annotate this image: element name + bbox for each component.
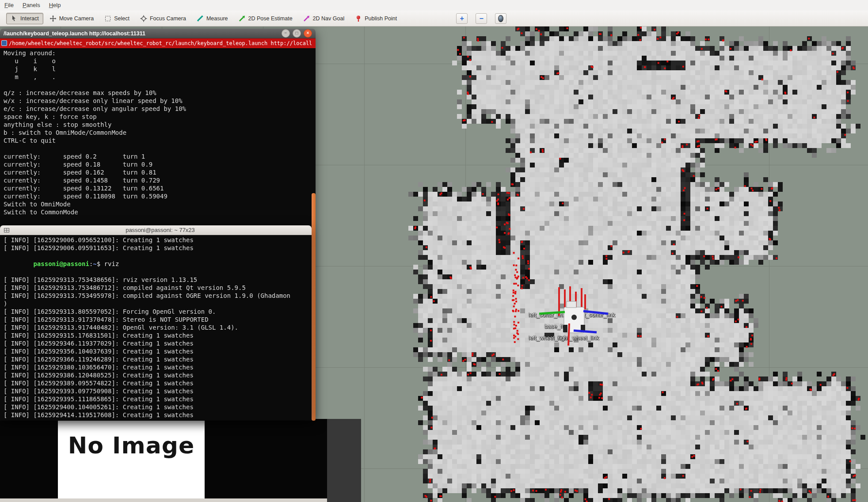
tool-label: Select	[114, 15, 129, 22]
terminal-line: [ INFO] [1625929006.095911653]: Creating…	[4, 244, 312, 252]
terminal-line: j k l	[4, 65, 316, 73]
menubar: File Panels Help	[0, 0, 868, 11]
terminal-line: b : switch to OmniMode/CommonMode	[4, 129, 316, 137]
tool-2d-pose-estimate[interactable]: 2D Pose Estimate	[234, 13, 297, 24]
tool-label: 2D Nav Goal	[313, 15, 345, 22]
terminal-line: [ INFO] [1625929386.120480525]: Creating…	[4, 371, 312, 379]
window-bottom-edge	[0, 498, 327, 502]
terminal-line: [ INFO] [1625929315.176831501]: Creating…	[4, 331, 312, 339]
tool-label: Measure	[206, 15, 228, 22]
terminal-line: [ INFO] [1625929393.097750908]: Creating…	[4, 387, 312, 395]
terminal-line: [ INFO] [1625929422.119661497]: Creating…	[4, 419, 312, 420]
tool-focus-camera[interactable]: Focus Camera	[136, 13, 190, 24]
terminal-line: Switch to CommonMode	[4, 208, 316, 216]
prompt-path: ~	[93, 260, 96, 267]
launch-path-text: /home/wheeltec/wheeltec_robot/src/wheelt…	[9, 40, 312, 46]
tool-select[interactable]: Select	[100, 13, 134, 24]
shell-terminal-output: [ INFO] [1625929313.753438656]: rviz ver…	[4, 276, 312, 420]
shell-terminal-window: passoni@passoni: ~ 77x23 [ INFO] [162592…	[0, 225, 312, 419]
plus-icon: +	[460, 15, 464, 22]
shell-prompt-line: passoni@passoni:~$ rviz	[4, 252, 312, 276]
terminal-line	[4, 145, 316, 152]
robot-model	[530, 283, 619, 354]
robot-left-wheel	[563, 325, 567, 332]
terminal-line: [ INFO] [1625929366.119246289]: Creating…	[4, 355, 312, 363]
move-camera-icon	[49, 15, 57, 22]
terminal-line: Moving around:	[4, 49, 316, 57]
minimize-button[interactable]: −	[282, 29, 290, 38]
terminal-line: [ INFO] [1625929313.753495978]: compiled…	[4, 292, 312, 300]
terminal-line: [ INFO] [1625929395.111865865]: Creating…	[4, 395, 312, 403]
no-image-text: No Image	[58, 432, 205, 459]
terminal-line: Switch to OmniMode	[4, 200, 316, 208]
tf-axis-y	[539, 312, 565, 314]
terminal-line: CTRL-C to quit	[4, 137, 316, 145]
terminal-line: currently: speed 0.1458 turn 0.729	[4, 176, 316, 184]
byobu-grid-icon	[4, 227, 10, 233]
tool-interact[interactable]: Interact	[6, 13, 43, 24]
terminal-line: [ INFO] [1625929006.095652100]: Creating…	[4, 236, 312, 244]
terminal-line: [ INFO] [1625929313.753438656]: rviz ver…	[4, 276, 312, 284]
maximize-button[interactable]: □	[293, 29, 301, 38]
tool-label: Focus Camera	[150, 15, 186, 22]
menu-help[interactable]: Help	[45, 0, 65, 11]
teleop-window-titlebar[interactable]: /launch/keyboard_teleop.launch http://lo…	[0, 29, 316, 38]
terminal-line: currently: speed 0.2 turn 1	[4, 152, 316, 160]
sphere-icon	[498, 15, 503, 22]
menu-file[interactable]: File	[0, 0, 18, 11]
terminal-line: currently: speed 0.13122 turn 0.6561	[4, 184, 316, 192]
shell-window-titlebar[interactable]: passoni@passoni: ~ 77x23	[0, 225, 312, 235]
no-image-placeholder: No Image	[58, 421, 205, 502]
rviz-toolbar: Interact Move Camera Select Focus Camera…	[0, 11, 868, 27]
terminal-line: [ INFO] [1625929313.805597052]: Forcing …	[4, 308, 312, 316]
camera-image-panel: No Image	[0, 419, 327, 502]
tool-label: 2D Pose Estimate	[248, 15, 293, 22]
terminal-line: currently: speed 0.118098 turn 0.59049	[4, 192, 316, 200]
zoom-in-button[interactable]: +	[456, 13, 468, 24]
terminal-line: u i o	[4, 57, 316, 65]
tool-publish-point[interactable]: Publish Point	[350, 13, 401, 24]
panel-gap	[327, 419, 361, 502]
tool-label: Interact	[20, 15, 39, 22]
terminal-line: space key, k : force stop	[4, 113, 316, 121]
menu-panels[interactable]: Panels	[18, 0, 45, 11]
terminal-line: [ INFO] [1625929380.103656470]: Creating…	[4, 363, 312, 371]
teleop-terminal-output: Moving around: u i o j k l m , . q/z : i…	[0, 48, 316, 216]
terminal-line: [ INFO] [1625929414.119517608]: Creating…	[4, 411, 312, 419]
pose-estimate-arrow-icon	[239, 15, 246, 22]
terminal-line: m , .	[4, 73, 316, 81]
minus-icon: −	[479, 15, 483, 22]
tool-move-camera[interactable]: Move Camera	[45, 13, 99, 24]
shell-terminal-output: [ INFO] [1625929006.095652100]: Creating…	[4, 236, 312, 252]
terminal-line: currently: speed 0.162 turn 0.81	[4, 168, 316, 176]
terminal-line: [ INFO] [1625929313.917440482]: OpenGl v…	[4, 323, 312, 331]
prompt-user-host: passoni@passoni	[33, 260, 89, 267]
terminal-icon	[1, 40, 7, 46]
terminal-line: [ INFO] [1625929346.119377029]: Creating…	[4, 339, 312, 347]
terminal-line: q/z : increase/decrease max speeds by 10…	[4, 89, 316, 97]
focus-camera-icon	[140, 15, 147, 22]
interact-cursor-icon	[11, 15, 18, 22]
launch-path-header: /home/wheeltec/wheeltec_robot/src/wheelt…	[0, 38, 316, 48]
terminal-line: e/c : increase/decrease only angular spe…	[4, 105, 316, 113]
terminal-line	[4, 81, 316, 89]
terminal-scrollbar[interactable]	[312, 193, 316, 421]
terminal-line: [ INFO] [1625929400.104005261]: Creating…	[4, 403, 312, 411]
tool-2d-nav-goal[interactable]: 2D Nav Goal	[299, 13, 349, 24]
publish-point-pin-icon	[355, 15, 362, 22]
terminal-line: )	[4, 300, 312, 308]
nav-goal-arrow-icon	[303, 15, 310, 22]
prompt-command: $ rviz	[97, 260, 119, 267]
tf-axis-x	[568, 323, 569, 346]
measure-ruler-icon	[197, 15, 204, 22]
zoom-out-button[interactable]: −	[476, 13, 487, 24]
terminal-line: w/x : increase/decrease only linear spee…	[4, 97, 316, 105]
shell-terminal-body[interactable]: [ INFO] [1625929006.095652100]: Creating…	[0, 235, 312, 420]
orbit-sphere-button[interactable]	[495, 13, 506, 24]
terminal-line: [ INFO] [1625929313.753486712]: compiled…	[4, 284, 312, 292]
close-button[interactable]: ×	[304, 29, 312, 38]
tool-label: Publish Point	[365, 15, 397, 22]
tool-measure[interactable]: Measure	[192, 13, 232, 24]
select-box-icon	[104, 15, 111, 22]
terminal-line: currently: speed 0.18 turn 0.9	[4, 160, 316, 168]
